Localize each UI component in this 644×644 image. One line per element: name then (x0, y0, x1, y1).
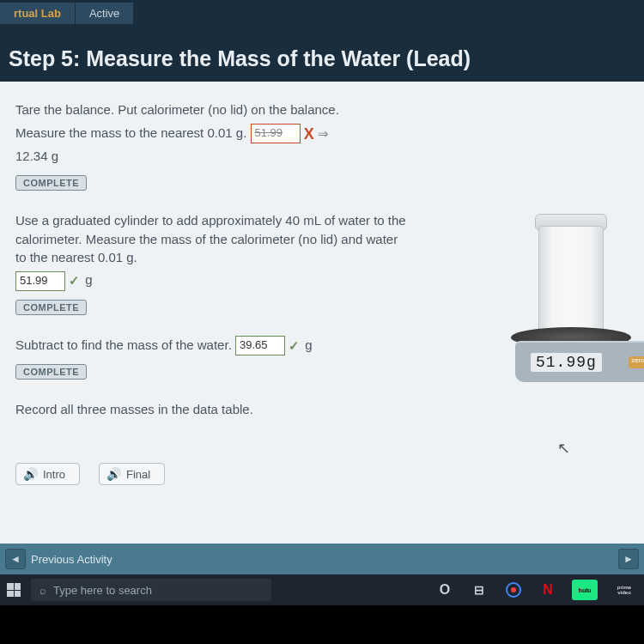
search-placeholder: Type here to search (53, 584, 152, 597)
step-1-line-2: Measure the mass to the nearest 0.01 g. … (15, 123, 410, 145)
complete-badge-2: COMPLETE (15, 300, 87, 315)
taskbar-search[interactable]: ⌕ Type here to search (31, 579, 271, 601)
start-icon[interactable] (7, 583, 21, 597)
cup-body (538, 226, 604, 337)
complete-badge-1: COMPLETE (15, 175, 87, 191)
netflix-icon[interactable]: N (538, 580, 558, 600)
chevron-left-icon: ◄ (5, 549, 26, 569)
tab-virtual-lab[interactable]: rtual Lab (0, 3, 76, 24)
tab-bar: rtual Lab Active (0, 0, 644, 24)
step-1-input[interactable]: 51.99 (251, 124, 301, 143)
final-label: Final (126, 468, 150, 481)
check-icon-2: ✓ (289, 338, 300, 353)
content-area: Tare the balance. Put calorimeter (no li… (0, 82, 644, 544)
hulu-icon[interactable]: hulu (572, 580, 598, 600)
step-2-input[interactable]: 51.99 (15, 271, 65, 291)
final-button[interactable]: 🔊 Final (99, 463, 165, 485)
windows-taskbar: ⌕ Type here to search O ⊟ N hulu prime v… (0, 574, 644, 605)
title-bar: Step 5: Measure the Mass of the Water (L… (0, 24, 644, 82)
intro-button[interactable]: 🔊 Intro (15, 463, 80, 485)
step-2-text: Use a graduated cylinder to add approxim… (15, 211, 410, 267)
task-view-icon[interactable]: ⊟ (469, 580, 489, 600)
calorimeter-cup[interactable] (538, 217, 604, 337)
prev-label: Previous Activity (31, 553, 112, 566)
step-3-input[interactable]: 39.65 (235, 336, 285, 355)
next-activity-button[interactable]: ► (618, 549, 639, 569)
chrome-icon[interactable] (503, 580, 524, 600)
cortana-icon[interactable]: O (434, 580, 455, 600)
speaker-icon: 🔊 (23, 467, 38, 481)
search-icon: ⌕ (39, 584, 46, 597)
check-icon: ✓ (69, 273, 80, 288)
system-tray: O ⊟ N hulu prime video (434, 580, 637, 600)
step-3-text: Subtract to find the mass of the water. (15, 337, 232, 352)
step-4-text: Record all three masses in the data tabl… (15, 400, 410, 419)
previous-activity-button[interactable]: ◄ Previous Activity (5, 549, 112, 569)
cursor-icon: ↖ (557, 439, 570, 458)
x-mark-icon: X (304, 125, 314, 143)
step-4: Record all three masses in the data tabl… (15, 400, 629, 419)
intro-label: Intro (43, 468, 65, 481)
page-title: Step 5: Measure the Mass of the Water (L… (9, 46, 635, 71)
balance-illustration: 51.99g zero (498, 193, 644, 399)
step-1-prompt: Measure the mass to the nearest 0.01 g. (15, 125, 246, 140)
balance-readout: 51.99g (531, 353, 602, 372)
svg-point-1 (511, 587, 516, 592)
speaker-icon: 🔊 (106, 467, 121, 481)
step-1-line-1: Tare the balance. Put calorimeter (no li… (15, 100, 410, 119)
step-1: Tare the balance. Put calorimeter (no li… (15, 100, 629, 204)
step-2-unit: g (85, 272, 92, 287)
arrow-icon: ⇒ (318, 126, 329, 141)
activity-footer: ◄ Previous Activity ► (0, 544, 644, 574)
media-buttons: 🔊 Intro 🔊 Final (15, 463, 165, 485)
zero-button[interactable]: zero (629, 356, 644, 368)
complete-badge-3: COMPLETE (15, 364, 87, 380)
chevron-right-icon: ► (623, 553, 634, 565)
step-3-row: Subtract to find the mass of the water. … (15, 336, 410, 355)
prime-video-icon[interactable]: prime video (611, 580, 637, 600)
step-2-answer-row: 51.99 ✓ g (15, 270, 410, 290)
step-3-unit: g (305, 337, 312, 352)
balance-base: 51.99g zero (515, 341, 644, 382)
tab-active[interactable]: Active (76, 3, 134, 24)
step-1-corrected: 12.34 g (15, 149, 629, 163)
